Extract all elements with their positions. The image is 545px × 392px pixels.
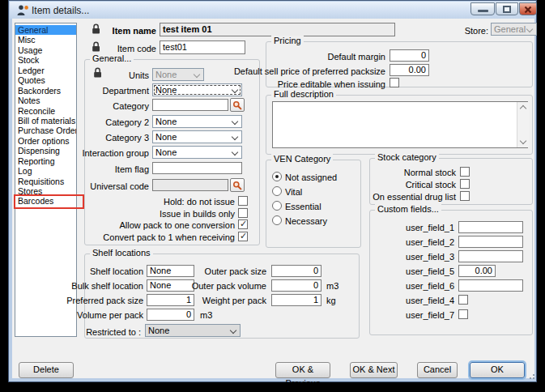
close-icon	[524, 6, 532, 14]
interaction-group-label: Interaction group	[41, 148, 149, 159]
close-button[interactable]	[519, 2, 537, 15]
general-group-title: General...	[90, 53, 134, 64]
magnifier-icon	[232, 181, 242, 190]
category3-dropdown[interactable]: None	[152, 130, 242, 143]
store-label: Store:	[424, 26, 488, 36]
user-field-4-label: user_field_4	[372, 296, 454, 306]
default-margin-label: Default margin	[236, 52, 385, 62]
normal-stock-label: Normal stock	[373, 168, 456, 178]
item-name-field[interactable]: test item 01	[160, 23, 395, 36]
delete-button[interactable]: Delete	[19, 362, 74, 378]
restricted-to-label: Restricted to :	[36, 327, 141, 338]
minimize-icon	[478, 10, 488, 12]
ven-vital-label: Vital	[285, 187, 358, 198]
item-flag-label: Item flag	[57, 164, 149, 175]
custom-fields-title: Custom fields...	[375, 204, 441, 215]
preferred-pack-size-label: Preferred pack size	[36, 296, 143, 306]
stock-category-title: Stock category	[375, 152, 439, 163]
maximize-button[interactable]	[496, 2, 518, 15]
hold-label: Hold: do not issue	[90, 197, 235, 207]
ven-essential-label: Essential	[285, 202, 358, 212]
category3-label: Category 3	[57, 133, 149, 143]
critical-stock-label: Critical stock	[373, 180, 456, 190]
default-sell-price-label: Default sell price of preferred packsize	[207, 66, 385, 77]
item-flag-field[interactable]	[152, 162, 242, 174]
price-editable-checkbox[interactable]	[390, 78, 399, 87]
category-search-button[interactable]	[230, 98, 245, 112]
outer-pack-volume-field[interactable]: 0	[271, 279, 321, 292]
outer-pack-size-field[interactable]: 0	[271, 265, 321, 277]
ven-essential-radio[interactable]	[272, 201, 282, 211]
user-field-2-input[interactable]	[458, 236, 523, 248]
scroll-down-icon	[520, 138, 526, 144]
item-code-field[interactable]: test01	[160, 40, 245, 54]
category-field[interactable]	[152, 99, 228, 111]
allow-pack-checkbox[interactable]	[238, 219, 248, 229]
interaction-group-dropdown[interactable]: None	[152, 146, 242, 159]
ven-vital-radio[interactable]	[272, 186, 282, 196]
user-field-7-checkbox[interactable]	[458, 309, 468, 319]
sidebar-item-general[interactable]: General	[15, 25, 76, 35]
default-sell-price-field[interactable]: 0.00	[390, 64, 429, 76]
outer-pack-size-label: Outer pack size	[155, 266, 266, 277]
ven-not-assigned-label: Not assigned	[285, 173, 358, 183]
category2-label: Category 2	[57, 117, 149, 128]
universal-code-label: Universal code	[41, 181, 149, 192]
user-field-6-label: user_field_6	[372, 281, 454, 292]
magnifier-icon	[232, 100, 242, 110]
essential-drug-list-checkbox[interactable]	[460, 191, 470, 201]
minimize-button[interactable]	[470, 2, 495, 15]
user-field-5-input[interactable]: 0.00	[458, 265, 496, 277]
issue-builds-checkbox[interactable]	[238, 208, 248, 218]
ven-necessary-label: Necessary	[285, 216, 358, 227]
user-field-2-label: user_field_2	[372, 237, 454, 248]
maximize-icon	[503, 6, 511, 13]
store-dropdown[interactable]: General	[491, 23, 537, 36]
universal-code-search-button[interactable]	[230, 178, 245, 192]
category-label: Category	[57, 101, 149, 112]
outer-pack-volume-label: Outer pack volume	[155, 281, 266, 292]
user-field-1-label: user_field_1	[372, 223, 454, 233]
department-label: Department	[57, 86, 149, 96]
normal-stock-checkbox[interactable]	[460, 167, 470, 177]
title-bar[interactable]: Item details...	[10, 2, 535, 19]
textarea-scrollbar[interactable]	[517, 102, 529, 147]
user-field-6-input[interactable]	[458, 279, 523, 292]
default-margin-field[interactable]: 0	[390, 49, 429, 62]
sidebar-item-usage[interactable]: Usage	[15, 45, 76, 55]
sidebar-item-stock[interactable]: Stock	[15, 55, 76, 65]
volume-per-pack-field[interactable]: 0	[147, 309, 194, 321]
resize-grip-icon[interactable]	[526, 371, 534, 379]
ok-previous-button[interactable]: OK & Previous	[275, 362, 330, 378]
hold-checkbox[interactable]	[238, 196, 248, 206]
ven-not-assigned-radio[interactable]	[272, 172, 282, 181]
sidebar-item-misc[interactable]: Misc	[15, 35, 76, 45]
department-dropdown[interactable]: None	[152, 83, 242, 96]
person-icon	[16, 4, 29, 17]
user-field-3-input[interactable]	[458, 250, 523, 262]
units-dropdown[interactable]: None	[152, 68, 204, 81]
ok-next-button[interactable]: OK & Next	[350, 362, 398, 378]
pricing-group-title: Pricing	[271, 36, 304, 46]
ven-necessary-radio[interactable]	[272, 215, 282, 225]
cancel-button[interactable]: Cancel	[417, 362, 458, 378]
item-details-window: Item details... General Misc Usage Stock…	[8, 0, 537, 382]
shelf-locations-title: Shelf locations	[90, 248, 153, 258]
volume-unit-label: m3	[200, 310, 219, 321]
restricted-to-dropdown[interactable]: None	[145, 324, 241, 337]
universal-code-field[interactable]	[152, 179, 228, 191]
window-title: Item details...	[32, 5, 89, 16]
convert-pack-checkbox[interactable]	[238, 232, 248, 241]
allow-pack-label: Allow pack to one conversion	[90, 220, 235, 231]
user-field-4-checkbox[interactable]	[458, 295, 468, 305]
critical-stock-checkbox[interactable]	[460, 179, 470, 189]
category2-dropdown[interactable]: None	[152, 115, 242, 128]
user-field-1-input[interactable]	[458, 221, 523, 233]
units-label: Units	[57, 70, 149, 81]
weight-per-pack-field[interactable]: 1	[271, 294, 321, 306]
ok-button[interactable]: OK	[470, 362, 525, 378]
weight-unit-label: kg	[326, 296, 346, 306]
volume-per-pack-label: Volume per pack	[36, 310, 143, 321]
essential-drug-list-label: On essential drug list	[372, 192, 456, 202]
full-description-textarea[interactable]	[272, 101, 528, 148]
